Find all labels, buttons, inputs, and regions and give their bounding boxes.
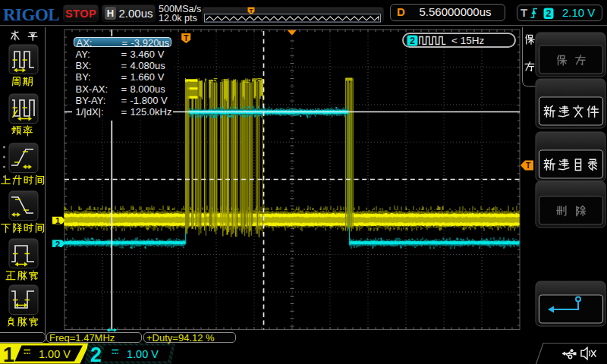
svg-text:2: 2 [410, 36, 415, 46]
